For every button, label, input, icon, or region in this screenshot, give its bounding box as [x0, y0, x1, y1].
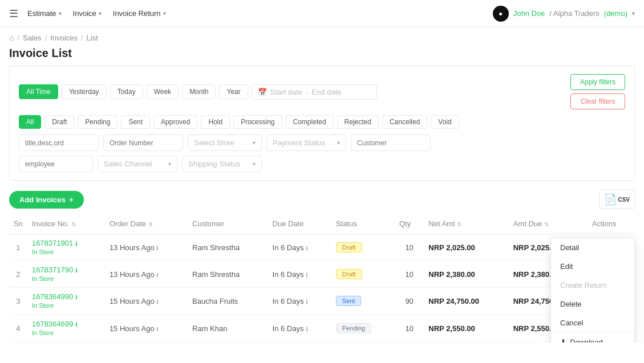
date-range-picker[interactable]: 📅 Start date - End date	[252, 84, 377, 100]
row2-invoice: 1678371790 ℹ In Store	[27, 261, 105, 288]
row2-invoice-link[interactable]: 1678371790 ℹ	[32, 266, 100, 274]
col-amt-due[interactable]: Amt Due ⇅	[509, 214, 588, 234]
nav-estimate-chevron: ▾	[59, 10, 62, 17]
context-menu-edit[interactable]: Edit	[551, 257, 634, 276]
row4-customer: Ram Khan	[188, 315, 268, 342]
breadcrumb-list: List	[87, 34, 98, 42]
nav-estimate[interactable]: Estimate ▾	[27, 9, 62, 18]
payment-status-dropdown[interactable]: Payment Status ▾	[266, 134, 346, 151]
select-store-chevron: ▾	[253, 140, 256, 146]
invoice-table: Sn Invoice No. ⇅ Order Date ⇅ Customer D…	[9, 214, 635, 342]
row2-store: In Store	[32, 275, 54, 282]
row2-order-date: 13 Hours Ago ℹ	[105, 261, 188, 288]
col-due-date: Due Date	[268, 214, 331, 234]
time-btn-alltime[interactable]: All Time	[19, 84, 58, 99]
tab-pending[interactable]: Pending	[78, 115, 118, 129]
add-invoices-button[interactable]: Add Invoices +	[9, 191, 84, 209]
tab-void[interactable]: Void	[431, 115, 459, 129]
download-label: Download	[570, 338, 603, 342]
col-invoice-no[interactable]: Invoice No. ⇅	[27, 214, 105, 234]
row3-customer: Baucha Fruits	[188, 288, 268, 315]
table-row: 1 1678371901 ℹ In Store 13 Hours Ago ℹ R…	[9, 234, 635, 261]
nav-right: ● John Doe / Alpha Traders (demo) ▾	[493, 6, 635, 22]
breadcrumb: ⌂ / Sales / Invoices / List	[0, 27, 644, 44]
nav-invoice-return-chevron: ▾	[163, 10, 166, 17]
time-btn-today[interactable]: Today	[110, 84, 143, 99]
order-number-input[interactable]	[103, 134, 183, 151]
toolbar: Add Invoices + 📄 CSV	[0, 185, 644, 214]
time-btn-week[interactable]: Week	[147, 84, 179, 99]
csv-icon: 📄	[604, 193, 617, 206]
row1-invoice-link[interactable]: 1678371901 ℹ	[32, 239, 100, 247]
context-menu-create-return: Create Return	[551, 276, 634, 295]
page-title: Invoice List	[0, 44, 644, 66]
context-menu-cancel[interactable]: Cancel	[551, 313, 634, 332]
user-name: John Doe	[513, 9, 545, 18]
csv-button[interactable]: 📄 CSV	[599, 190, 635, 209]
table-row: 2 1678371790 ℹ In Store 13 Hours Ago ℹ R…	[9, 261, 635, 288]
row1-order-date: 13 Hours Ago ℹ	[105, 234, 188, 261]
row3-status: Sent	[331, 288, 395, 315]
date-sep: -	[306, 88, 308, 96]
table-header: Sn Invoice No. ⇅ Order Date ⇅ Customer D…	[9, 214, 635, 234]
tab-rejected[interactable]: Rejected	[337, 115, 379, 129]
home-icon[interactable]: ⌂	[9, 33, 14, 42]
row4-qty: 10	[395, 315, 424, 342]
col-net-amt[interactable]: Net Amt ⇅	[424, 214, 508, 234]
start-date-placeholder: Start date	[270, 88, 302, 96]
context-menu: Detail Edit Create Return Delete Cancel …	[550, 238, 635, 342]
shipping-status-dropdown[interactable]: Shipping Status ▾	[182, 156, 262, 172]
nav-invoice-label: Invoice	[73, 9, 96, 18]
context-menu-detail[interactable]: Detail	[551, 238, 634, 257]
clear-filters-button[interactable]: Clear filters	[570, 93, 625, 109]
filter-section: All Time Yesterday Today Week Month Year…	[9, 66, 635, 181]
tab-cancelled[interactable]: Cancelled	[382, 115, 427, 129]
col-customer: Customer	[188, 214, 268, 234]
nav-invoice[interactable]: Invoice ▾	[73, 9, 102, 18]
row1-store: In Store	[32, 248, 54, 255]
select-store-dropdown[interactable]: Select Store ▾	[188, 134, 262, 151]
nav-estimate-label: Estimate	[27, 9, 56, 18]
row1-sn: 1	[9, 234, 27, 261]
user-avatar-icon: ●	[493, 6, 509, 22]
context-menu-download[interactable]: ⬇ Download	[551, 333, 634, 342]
user-company: / Alpha Traders	[549, 9, 599, 18]
customer-input[interactable]	[351, 134, 431, 151]
row1-qty: 10	[395, 234, 424, 261]
table-body: 1 1678371901 ℹ In Store 13 Hours Ago ℹ R…	[9, 234, 635, 342]
row4-due-date: In 6 Days ℹ	[268, 315, 331, 342]
search-input[interactable]	[19, 134, 99, 151]
nav-invoice-return[interactable]: Invoice Return ▾	[113, 9, 166, 18]
employee-input[interactable]	[19, 156, 93, 172]
hamburger-icon[interactable]: ☰	[9, 7, 18, 20]
col-order-date[interactable]: Order Date ⇅	[105, 214, 188, 234]
row3-qty: 90	[395, 288, 424, 315]
tab-hold[interactable]: Hold	[201, 115, 230, 129]
row2-net-amt: NRP 2,380.00	[424, 261, 508, 288]
context-menu-delete[interactable]: Delete	[551, 295, 634, 313]
breadcrumb-sales[interactable]: Sales	[23, 34, 42, 42]
tab-completed[interactable]: Completed	[286, 115, 334, 129]
sales-channel-dropdown[interactable]: Sales Channel ▾	[98, 156, 177, 172]
tab-approved[interactable]: Approved	[153, 115, 197, 129]
row1-status: Draft	[331, 234, 395, 261]
apply-filters-button[interactable]: Apply filters	[570, 74, 625, 90]
tab-all[interactable]: All	[19, 115, 41, 129]
time-btn-month[interactable]: Month	[182, 84, 216, 99]
user-chevron[interactable]: ▾	[632, 10, 635, 17]
tab-draft[interactable]: Draft	[44, 115, 74, 129]
row3-due-date: In 6 Days ℹ	[268, 288, 331, 315]
row4-status: Pending	[331, 315, 395, 342]
select-store-label: Select Store	[194, 138, 234, 147]
tab-sent[interactable]: Sent	[121, 115, 150, 129]
sales-channel-chevron: ▾	[168, 161, 171, 167]
time-btn-year[interactable]: Year	[219, 84, 248, 99]
tab-processing[interactable]: Processing	[233, 115, 282, 129]
row4-invoice-link[interactable]: 1678364699 ℹ	[32, 320, 100, 328]
row4-invoice: 1678364699 ℹ In Store	[27, 315, 105, 342]
time-btn-yesterday[interactable]: Yesterday	[62, 84, 107, 99]
row2-qty: 10	[395, 261, 424, 288]
row3-store: In Store	[32, 302, 54, 309]
row3-invoice-link[interactable]: 1678364990 ℹ	[32, 292, 100, 301]
breadcrumb-invoices[interactable]: Invoices	[50, 34, 78, 42]
